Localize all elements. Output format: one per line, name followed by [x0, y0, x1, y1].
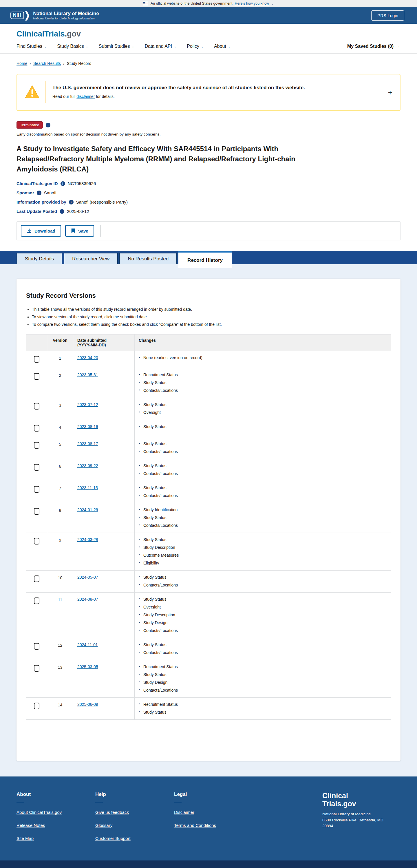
info-icon[interactable]: i: [61, 181, 65, 186]
change-item: Contacts/Locations: [139, 688, 387, 692]
info-icon[interactable]: i: [46, 123, 51, 127]
version-date-link[interactable]: 2023-04-20: [77, 355, 98, 360]
versions-table: Version Date submitted (YYYY-MM-DD) Chan…: [26, 334, 391, 720]
versions-intro: This table shows all the versions of thi…: [32, 307, 391, 327]
logo-primary: ClinicalTrials: [17, 30, 65, 38]
save-button[interactable]: Save: [65, 225, 94, 237]
study-field-label: Information provided by: [17, 199, 66, 205]
changes-list: Study StatusStudy DescriptionOutcome Mea…: [139, 537, 387, 565]
version-row: 13 2025-03-05 Recruitment StatusStudy St…: [26, 660, 391, 698]
version-checkbox[interactable]: [34, 576, 39, 582]
changes-list: Recruitment StatusStudy Status: [139, 702, 387, 714]
footer-link[interactable]: Glossary: [95, 823, 174, 828]
breadcrumb-current: Study Record: [67, 61, 92, 66]
info-icon[interactable]: i: [69, 200, 73, 205]
nav-item[interactable]: Study Basics ⌄: [57, 44, 88, 49]
version-date-link[interactable]: 2023-08-16: [77, 424, 98, 429]
version-row: 11 2024-08-07 Study StatusOversightStudy…: [26, 593, 391, 638]
version-date-link[interactable]: 2023-09-22: [77, 463, 98, 468]
my-saved-studies-link[interactable]: My Saved Studies (0) →: [347, 44, 400, 49]
version-date-link[interactable]: 2024-05-07: [77, 575, 98, 580]
version-date-link[interactable]: 2024-03-28: [77, 537, 98, 542]
footer-link[interactable]: Give us feedback: [95, 810, 174, 815]
version-checkbox[interactable]: [34, 508, 39, 515]
version-checkbox[interactable]: [34, 703, 39, 709]
nav-item[interactable]: Policy ⌄: [187, 44, 203, 49]
info-icon[interactable]: i: [37, 191, 41, 195]
change-item: Study Design: [139, 620, 387, 625]
download-button[interactable]: Download: [21, 225, 61, 237]
footer-column-heading: Legal: [174, 792, 253, 797]
chevron-down-icon: ⌄: [86, 44, 88, 49]
alert-divider: [45, 81, 45, 103]
nav-item[interactable]: Submit Studies ⌄: [99, 44, 134, 49]
change-item: Study Design: [139, 680, 387, 685]
version-date-link[interactable]: 2023-08-17: [77, 441, 98, 446]
footer-link[interactable]: Terms and Conditions: [174, 823, 253, 828]
alert-body-prefix: Read our full: [53, 94, 76, 99]
changes-list: Study StatusOversightStudy DescriptionSt…: [139, 597, 387, 633]
tab[interactable]: Researcher View: [64, 253, 118, 264]
footer-link[interactable]: Site Map: [17, 836, 95, 841]
version-number: 7: [47, 481, 73, 503]
nav-item[interactable]: Data and API ⌄: [145, 44, 177, 49]
how-you-know-link[interactable]: Here's how you know: [234, 1, 269, 5]
version-checkbox[interactable]: [34, 597, 39, 604]
version-number: 9: [47, 533, 73, 570]
changes-list: Study Status: [139, 424, 387, 429]
alert-title: The U.S. government does not review or a…: [53, 85, 305, 91]
version-date-link[interactable]: 2025-06-09: [77, 702, 98, 707]
version-date-link[interactable]: 2023-07-12: [77, 402, 98, 407]
version-date-link[interactable]: 2023-11-15: [77, 486, 98, 490]
study-field-row: Sponsor i Sanofi: [17, 190, 400, 195]
tab[interactable]: Study Details: [17, 253, 62, 264]
footer-brand: Clinical Trials.gov National Library of …: [322, 792, 400, 849]
footer-column: Legal DisclaimerTerms and Conditions: [174, 792, 253, 849]
nlm-logo[interactable]: NIH ❯ National Library of Medicine Natio…: [10, 11, 99, 20]
alert-expand-button[interactable]: +: [388, 89, 392, 96]
version-checkbox[interactable]: [34, 538, 39, 545]
changes-list: Study IdentificationStudy StatusContacts…: [139, 507, 387, 528]
version-number: 2: [47, 368, 73, 398]
tab-bar: Study DetailsResearcher ViewNo Results P…: [0, 251, 417, 264]
version-date-link[interactable]: 2024-08-07: [77, 597, 98, 601]
header-changes: Changes: [135, 335, 391, 351]
version-checkbox[interactable]: [34, 442, 39, 448]
version-row: 8 2024-01-29 Study IdentificationStudy S…: [26, 503, 391, 533]
version-checkbox[interactable]: [34, 486, 39, 493]
version-date-link[interactable]: 2025-03-05: [77, 664, 98, 669]
footer-link[interactable]: Disclaimer: [174, 810, 253, 815]
breadcrumb-link[interactable]: Search Results: [33, 61, 61, 66]
clinicaltrials-logo[interactable]: ClinicalTrials.gov: [17, 30, 400, 38]
version-number: 13: [47, 660, 73, 698]
version-checkbox[interactable]: [34, 356, 39, 363]
version-checkbox[interactable]: [34, 373, 39, 380]
footer-link[interactable]: Release Notes: [17, 823, 95, 828]
changes-list: Study StatusContacts/Locations: [139, 463, 387, 476]
version-checkbox[interactable]: [34, 665, 39, 672]
footer-link[interactable]: Customer Support: [95, 836, 174, 841]
prs-login-button[interactable]: PRS Login: [371, 10, 404, 21]
tab-active[interactable]: Record History: [179, 251, 232, 268]
study-field-value: Sanofi: [44, 190, 57, 195]
nav-item[interactable]: About ⌄: [214, 44, 230, 49]
version-date-link[interactable]: 2024-11-01: [77, 642, 98, 647]
nav-item[interactable]: Find Studies ⌄: [17, 44, 46, 49]
footer-brand-line1: Clinical: [322, 792, 400, 800]
footer-link[interactable]: About ClinicalTrials.gov: [17, 810, 95, 815]
breadcrumb-link[interactable]: Home: [17, 61, 27, 66]
version-checkbox[interactable]: [34, 403, 39, 409]
info-icon[interactable]: i: [60, 209, 64, 214]
version-checkbox[interactable]: [34, 425, 39, 432]
disclaimer-link[interactable]: disclaimer: [76, 94, 95, 99]
version-date-link[interactable]: 2023-05-31: [77, 372, 98, 377]
tab[interactable]: No Results Posted: [119, 253, 177, 264]
version-row: 3 2023-07-12 Study StatusOversight: [26, 398, 391, 420]
change-item: Study Status: [139, 642, 387, 647]
version-date-link[interactable]: 2024-01-29: [77, 507, 98, 512]
version-checkbox[interactable]: [34, 643, 39, 650]
chevron-down-icon: ⌄: [174, 44, 177, 49]
alert-body: Read our full disclaimer for details.: [53, 94, 305, 99]
change-item: Contacts/Locations: [139, 388, 387, 393]
version-checkbox[interactable]: [34, 464, 39, 471]
